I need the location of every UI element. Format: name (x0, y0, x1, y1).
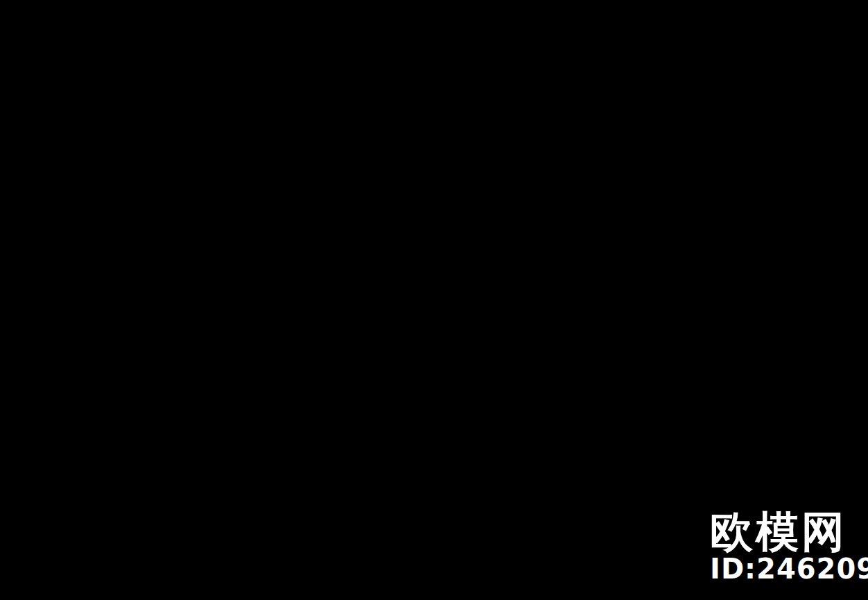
drawing-sheet: 欧模网 ID:2462097 (0, 0, 868, 600)
cad-canvas (0, 0, 868, 600)
